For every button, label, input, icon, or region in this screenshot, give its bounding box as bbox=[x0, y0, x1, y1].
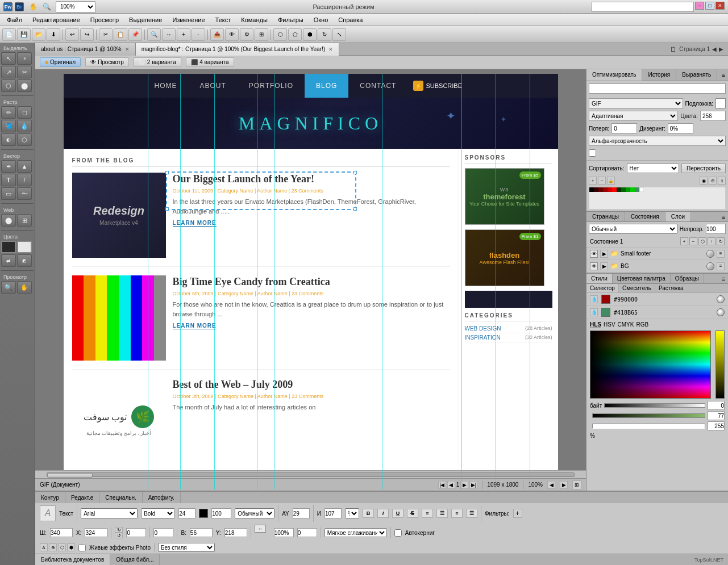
state-del-icon[interactable]: − bbox=[689, 237, 697, 245]
pages-tab[interactable]: Страницы bbox=[586, 212, 625, 221]
minimize-button[interactable]: ─ bbox=[695, 2, 704, 10]
horizontal-scrollbar[interactable] bbox=[35, 470, 586, 478]
new-button[interactable]: 📄 bbox=[2, 28, 16, 41]
tab-about[interactable]: about us : Страница 1 @ 100% ✕ bbox=[35, 43, 136, 56]
color-swatch-2[interactable] bbox=[601, 308, 610, 317]
eyedropper-tool[interactable]: 💧 bbox=[17, 120, 32, 132]
zoom-tool[interactable]: 🔍 bbox=[1, 281, 16, 294]
doc-library-tab[interactable]: Библиотека документов bbox=[35, 554, 110, 565]
swatches-tab[interactable]: Образцы bbox=[671, 274, 704, 283]
copy-button[interactable]: 📋 bbox=[114, 28, 127, 41]
align-right-button[interactable]: ≡ bbox=[451, 509, 463, 518]
opacity-input[interactable] bbox=[706, 224, 726, 234]
page-nav-right[interactable]: ▶ bbox=[719, 46, 723, 52]
two-up-button[interactable]: ⬜ 2 варианта bbox=[134, 57, 181, 67]
state-loop-icon[interactable]: ↻ bbox=[717, 237, 725, 245]
rgb-tab[interactable]: RGB bbox=[636, 321, 648, 328]
save-button[interactable]: 💾 bbox=[17, 28, 31, 41]
contour-tab[interactable]: Контур bbox=[35, 492, 65, 503]
fit-page-button[interactable]: ⊞ bbox=[572, 480, 581, 489]
add-filter-button[interactable]: + bbox=[513, 509, 522, 518]
fx-icon-3[interactable]: ⬡ bbox=[58, 543, 66, 551]
color-gradient-box[interactable] bbox=[590, 330, 711, 399]
layer-visibility-toggle-2[interactable]: 👁 bbox=[590, 262, 598, 270]
nav-blog[interactable]: BLOG bbox=[305, 74, 348, 98]
find-button[interactable]: 🔍 bbox=[147, 28, 161, 41]
hsv-tab[interactable]: HSV bbox=[604, 321, 615, 328]
bold-button[interactable]: B bbox=[363, 509, 374, 518]
align-tab[interactable]: Выравнять bbox=[676, 69, 717, 81]
redo-button[interactable]: ↪ bbox=[80, 28, 94, 41]
layer-lock-2[interactable]: ≡ bbox=[717, 262, 725, 270]
pen-tool[interactable]: ✒ bbox=[1, 160, 16, 173]
alpha-checkbox[interactable] bbox=[589, 149, 596, 157]
search-icon[interactable]: 🔍 bbox=[42, 2, 51, 11]
magic-wand-tool[interactable]: ⬡ bbox=[1, 79, 16, 92]
align-justify-button[interactable]: ☰ bbox=[466, 509, 477, 518]
preview-button[interactable]: 👁 Просмотр bbox=[85, 57, 129, 67]
page-nav-left[interactable]: ◀ bbox=[712, 46, 717, 52]
hls-tab[interactable]: HLS bbox=[590, 321, 601, 328]
preview-button[interactable]: 👁 bbox=[225, 28, 239, 41]
tab-about-close[interactable]: ✕ bbox=[125, 47, 130, 52]
nav-start-button[interactable]: |◀ bbox=[438, 481, 446, 489]
ay-input[interactable] bbox=[293, 508, 310, 518]
byte-slider-2[interactable] bbox=[592, 413, 705, 418]
align-center-button[interactable]: ☰ bbox=[436, 509, 448, 518]
byte-value-3[interactable] bbox=[708, 421, 725, 430]
y-input[interactable] bbox=[224, 528, 247, 537]
group-button[interactable]: ⬡ bbox=[273, 28, 287, 41]
zoom-in-button[interactable]: + bbox=[177, 28, 190, 41]
nav-about[interactable]: ABOUT bbox=[189, 74, 238, 98]
tab-magnifico[interactable]: magnifico-blog* : Страница 1 @ 100% (Our… bbox=[136, 43, 339, 56]
common-library-tab[interactable]: Общая библ... bbox=[110, 554, 160, 565]
italic-button[interactable]: I bbox=[377, 509, 389, 518]
blur-tool[interactable]: ◐ bbox=[1, 133, 16, 146]
menu-commands[interactable]: Команды bbox=[236, 15, 272, 24]
edit-tab[interactable]: Редакт.е bbox=[65, 492, 99, 503]
lock-color-button[interactable]: 🔒 bbox=[607, 177, 615, 185]
menu-view[interactable]: Просмотр bbox=[86, 15, 123, 24]
font-select[interactable]: Arial bbox=[81, 508, 138, 518]
states-tab[interactable]: Состояния bbox=[625, 212, 665, 221]
strikethrough-button[interactable]: S̶ bbox=[407, 509, 418, 518]
del-color-button[interactable]: − bbox=[598, 177, 606, 185]
tab-magnifico-close[interactable]: ✕ bbox=[328, 47, 333, 52]
eyedropper-2-icon[interactable]: 💧 bbox=[590, 308, 598, 316]
rebuild-button[interactable]: Перестроить bbox=[681, 164, 726, 173]
paste-button[interactable]: 📌 bbox=[128, 28, 142, 41]
dither-input[interactable] bbox=[668, 123, 693, 133]
nav-subscribe[interactable]: ⚡ SUBSCRIBE bbox=[407, 74, 468, 98]
alpha-select[interactable]: Альфа-прозрачность bbox=[589, 136, 726, 146]
optimize-tab[interactable]: Оптимизировать bbox=[586, 69, 642, 81]
hand-tool[interactable]: ✋ bbox=[17, 281, 32, 294]
autokern-checkbox[interactable] bbox=[394, 529, 402, 537]
color-web-snap-button[interactable]: ⊕ bbox=[709, 177, 717, 185]
font-color-swatch[interactable] bbox=[199, 509, 208, 518]
search-field[interactable] bbox=[592, 2, 694, 12]
color-swatch-1[interactable] bbox=[601, 295, 610, 304]
zoom-down-button[interactable]: ◀ bbox=[547, 481, 555, 489]
fill-color[interactable] bbox=[17, 241, 32, 253]
menu-edit[interactable]: Редактирование bbox=[28, 15, 85, 24]
pencil-tool[interactable]: ✏ bbox=[1, 106, 16, 119]
layers-tab[interactable]: Слои bbox=[665, 212, 691, 221]
styles-tab[interactable]: Стили bbox=[586, 274, 613, 283]
format-select[interactable]: GIF bbox=[589, 98, 683, 108]
scale-tool[interactable]: ↗ bbox=[1, 66, 16, 78]
transform-button[interactable]: ↻ bbox=[318, 28, 331, 41]
state-move-icon[interactable]: ↑ bbox=[708, 237, 715, 245]
replace-button[interactable]: ↔ bbox=[162, 28, 176, 41]
post-1-learn-more[interactable]: LEARN MORE bbox=[173, 220, 217, 227]
import-button[interactable]: ⬇ bbox=[47, 28, 60, 41]
select-arrow-tool[interactable]: ↖ bbox=[1, 52, 16, 65]
scs-menu-button[interactable]: ≡ bbox=[719, 274, 728, 283]
brightness-slider[interactable] bbox=[715, 330, 725, 399]
history-tab[interactable]: История bbox=[642, 69, 676, 81]
menu-help[interactable]: Справка bbox=[334, 15, 367, 24]
rect-tool[interactable]: ▭ bbox=[1, 187, 16, 200]
zoom-up-button[interactable]: ▶ bbox=[560, 481, 568, 489]
stroke-color[interactable] bbox=[1, 241, 16, 253]
arrange-button[interactable]: ⬢ bbox=[303, 28, 317, 41]
nav-portfolio[interactable]: PORTFOLIO bbox=[238, 74, 305, 98]
